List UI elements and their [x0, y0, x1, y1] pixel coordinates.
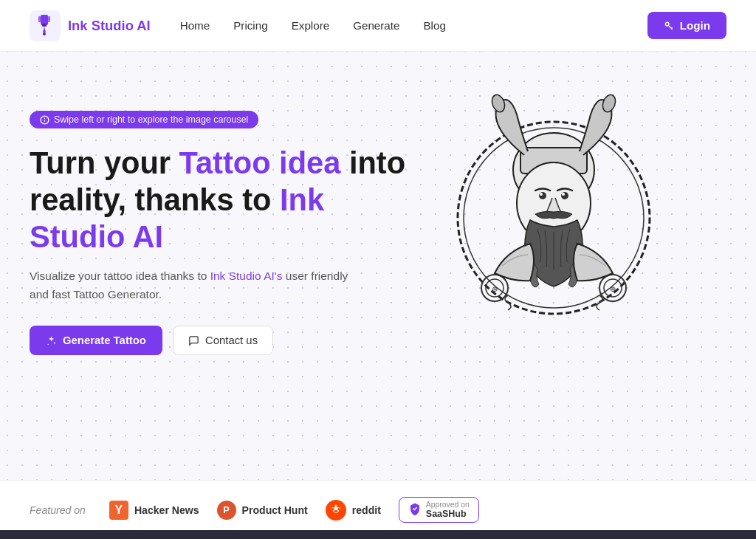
svg-rect-1: [41, 15, 48, 25]
nav-home[interactable]: Home: [180, 19, 210, 32]
svg-point-29: [539, 192, 546, 199]
headline-text1: Turn your: [30, 145, 179, 180]
svg-point-6: [43, 32, 46, 35]
bottom-bar: [0, 530, 756, 539]
carousel-hint: Swipe left or right to explore the image…: [30, 111, 258, 128]
logo-link[interactable]: Ink Studio AI: [30, 10, 151, 41]
product-hunt-label: Product Hunt: [242, 504, 308, 516]
headline-highlight1: Tattoo idea: [179, 145, 341, 180]
svg-point-7: [665, 22, 669, 26]
reddit-icon: [326, 500, 346, 521]
svg-point-35: [337, 509, 339, 511]
featured-label: Featured on: [30, 504, 86, 516]
svg-point-34: [333, 509, 334, 511]
svg-text:⊕: ⊕: [610, 285, 616, 293]
svg-point-31: [540, 193, 543, 196]
login-button[interactable]: Login: [647, 12, 726, 39]
logo-icon: [30, 10, 61, 41]
saashub-badge[interactable]: Approved on SaaSHub: [399, 497, 479, 523]
generate-tattoo-button[interactable]: Generate Tattoo: [30, 326, 162, 355]
contact-us-button[interactable]: Contact us: [173, 326, 273, 355]
svg-text:⊕: ⊕: [492, 285, 498, 293]
nav-pricing[interactable]: Pricing: [233, 19, 267, 32]
svg-rect-5: [48, 16, 50, 22]
chat-icon: [188, 335, 199, 346]
navbar: Ink Studio AI Home Pricing Explore Gener…: [0, 0, 756, 52]
svg-point-30: [561, 192, 568, 199]
hero-headline: Turn your Tattoo idea into reality, than…: [30, 145, 413, 255]
key-icon: [664, 21, 674, 31]
svg-rect-4: [38, 16, 41, 22]
info-icon: [40, 115, 49, 125]
svg-rect-2: [42, 24, 47, 27]
hero-subtext: Visualize your tattoo idea thanks to Ink…: [30, 267, 354, 304]
svg-line-9: [671, 27, 672, 28]
hero-link-text: Ink Studio AI's: [210, 270, 283, 282]
hero-tattoo-image: ⊕ ⊕: [428, 81, 679, 332]
reddit-badge[interactable]: reddit: [326, 500, 381, 521]
product-hunt-badge[interactable]: P Product Hunt: [217, 501, 308, 520]
main-content: Swipe left or right to explore the image…: [0, 52, 756, 480]
product-hunt-icon: P: [217, 501, 236, 520]
hacker-news-badge[interactable]: Y Hacker News: [109, 501, 199, 520]
nav-explore[interactable]: Explore: [292, 19, 330, 32]
nav-links: Home Pricing Explore Generate Blog: [180, 19, 647, 32]
saashub-shield-icon: [408, 502, 422, 518]
saashub-label: SaaSHub: [426, 509, 470, 519]
hero-right: ⊕ ⊕: [413, 81, 694, 332]
svg-point-32: [562, 193, 565, 196]
logo-text: Ink Studio AI: [68, 18, 151, 34]
hero-left: Swipe left or right to explore the image…: [30, 96, 413, 355]
saashub-text: Approved on SaaSHub: [426, 501, 470, 519]
reddit-label: reddit: [352, 504, 381, 516]
nav-generate[interactable]: Generate: [353, 19, 399, 32]
svg-point-37: [334, 504, 337, 507]
hacker-news-label: Hacker News: [134, 504, 199, 516]
hero-buttons: Generate Tattoo Contact us: [30, 326, 413, 355]
sparkle-icon: [46, 335, 57, 346]
hacker-news-icon: Y: [109, 501, 128, 520]
nav-blog[interactable]: Blog: [423, 19, 445, 32]
